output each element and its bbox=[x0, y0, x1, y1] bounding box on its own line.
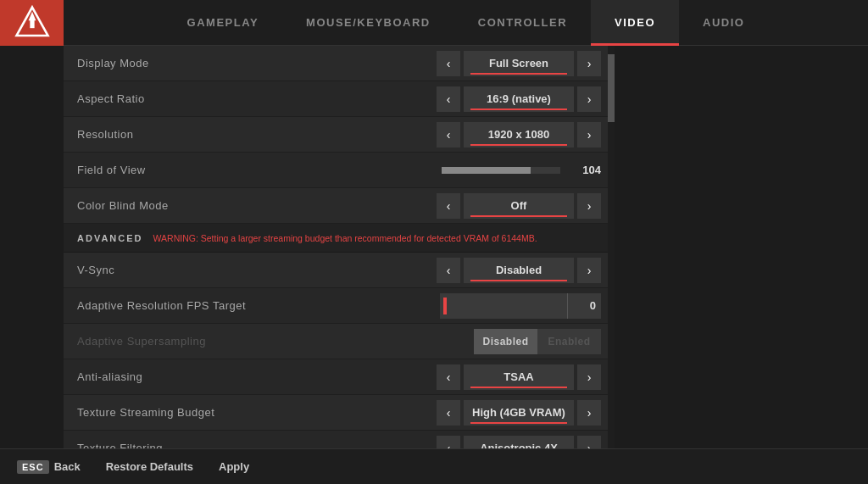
texture-streaming-prev[interactable]: ‹ bbox=[437, 400, 460, 426]
back-label: Back bbox=[54, 460, 81, 473]
resolution-value: 1920 x 1080 bbox=[464, 122, 574, 147]
bg-left-panel bbox=[0, 0, 64, 484]
nav-tabs: GAMEPLAY MOUSE/KEYBOARD CONTROLLER VIDEO… bbox=[64, 0, 868, 45]
right-panel bbox=[580, 46, 868, 484]
display-mode-value: Full Screen bbox=[464, 51, 574, 76]
display-mode-next[interactable]: › bbox=[577, 51, 601, 76]
settings-container: Display Mode ‹ Full Screen › Aspect Rati… bbox=[64, 46, 615, 484]
color-blind-next[interactable]: › bbox=[577, 193, 601, 219]
esc-key: ESC bbox=[17, 460, 49, 474]
texture-streaming-value: High (4GB VRAM) bbox=[464, 400, 574, 426]
adaptive-res-value: 0 bbox=[567, 293, 601, 319]
bottom-bar: ESC Back Restore Defaults Apply bbox=[0, 448, 868, 484]
tab-controller[interactable]: CONTROLLER bbox=[454, 0, 591, 46]
adaptive-res-label: Adaptive Resolution FPS Target bbox=[77, 299, 440, 312]
adaptive-super-disabled-btn[interactable]: Disabled bbox=[474, 329, 537, 354]
apply-label: Apply bbox=[219, 460, 249, 473]
color-blind-label: Color Blind Mode bbox=[77, 199, 437, 212]
texture-streaming-label: Texture Streaming Budget bbox=[77, 406, 437, 419]
resolution-row: Resolution ‹ 1920 x 1080 › bbox=[64, 117, 615, 153]
resolution-prev[interactable]: ‹ bbox=[437, 122, 460, 147]
anti-aliasing-next[interactable]: › bbox=[577, 364, 601, 390]
color-blind-row: Color Blind Mode ‹ Off › bbox=[64, 188, 615, 224]
restore-defaults-btn[interactable]: Restore Defaults bbox=[106, 460, 193, 473]
vsync-row: V-Sync ‹ Disabled › bbox=[64, 253, 615, 288]
advanced-warning: WARNING: Setting a larger streaming budg… bbox=[153, 233, 537, 243]
tab-audio[interactable]: AUDIO bbox=[679, 0, 768, 46]
advanced-label: ADVANCED bbox=[77, 233, 143, 243]
display-mode-label: Display Mode bbox=[77, 57, 437, 70]
adaptive-super-label: Adaptive Supersampling bbox=[77, 335, 474, 348]
fov-slider-fill bbox=[442, 167, 531, 174]
anti-aliasing-value: TSAA bbox=[464, 364, 574, 390]
fov-value: 104 bbox=[567, 164, 601, 176]
apply-btn[interactable]: Apply bbox=[219, 460, 249, 473]
advanced-header: ADVANCED WARNING: Setting a larger strea… bbox=[64, 224, 615, 253]
aspect-ratio-row: Aspect Ratio ‹ 16:9 (native) › bbox=[64, 81, 615, 117]
adaptive-super-enabled-btn[interactable]: Enabled bbox=[537, 329, 601, 354]
fov-control: 104 bbox=[442, 164, 601, 176]
resolution-label: Resolution bbox=[77, 128, 437, 141]
vsync-label: V-Sync bbox=[77, 264, 437, 276]
scrollbar-thumb[interactable] bbox=[608, 54, 615, 122]
tab-video[interactable]: VIDEO bbox=[591, 0, 679, 46]
back-btn[interactable]: ESC Back bbox=[17, 460, 81, 474]
adaptive-res-row: Adaptive Resolution FPS Target 0 bbox=[64, 288, 615, 324]
texture-streaming-row: Texture Streaming Budget ‹ High (4GB VRA… bbox=[64, 395, 615, 431]
anti-aliasing-control: ‹ TSAA › bbox=[437, 364, 601, 390]
anti-aliasing-row: Anti-aliasing ‹ TSAA › bbox=[64, 359, 615, 395]
adaptive-res-slider[interactable] bbox=[440, 293, 567, 319]
fov-row: Field of View 104 bbox=[64, 153, 615, 188]
adaptive-super-row: Adaptive Supersampling Disabled Enabled bbox=[64, 324, 615, 359]
adaptive-res-slider-marker bbox=[443, 298, 447, 314]
aspect-ratio-label: Aspect Ratio bbox=[77, 92, 437, 105]
aspect-ratio-value: 16:9 (native) bbox=[464, 86, 574, 112]
display-mode-row: Display Mode ‹ Full Screen › bbox=[64, 46, 615, 81]
display-mode-control: ‹ Full Screen › bbox=[437, 51, 601, 76]
vsync-prev[interactable]: ‹ bbox=[437, 258, 460, 283]
resolution-next[interactable]: › bbox=[577, 122, 601, 147]
aspect-ratio-prev[interactable]: ‹ bbox=[437, 86, 460, 112]
resolution-control: ‹ 1920 x 1080 › bbox=[437, 122, 601, 147]
color-blind-value: Off bbox=[464, 193, 574, 219]
scrollbar[interactable] bbox=[608, 46, 615, 484]
tab-mouse-keyboard[interactable]: MOUSE/KEYBOARD bbox=[282, 0, 454, 46]
vsync-control: ‹ Disabled › bbox=[437, 258, 601, 283]
adaptive-res-control: 0 bbox=[440, 293, 601, 319]
anti-aliasing-label: Anti-aliasing bbox=[77, 370, 437, 383]
anti-aliasing-prev[interactable]: ‹ bbox=[437, 364, 460, 390]
main-content: Display Mode ‹ Full Screen › Aspect Rati… bbox=[64, 46, 615, 484]
vsync-value: Disabled bbox=[464, 258, 574, 283]
color-blind-control: ‹ Off › bbox=[437, 193, 601, 219]
tab-gameplay[interactable]: GAMEPLAY bbox=[164, 0, 282, 46]
top-nav: GAMEPLAY MOUSE/KEYBOARD CONTROLLER VIDEO… bbox=[0, 0, 868, 46]
restore-label: Restore Defaults bbox=[106, 460, 193, 473]
aspect-ratio-control: ‹ 16:9 (native) › bbox=[437, 86, 601, 112]
adaptive-super-control: Disabled Enabled bbox=[474, 329, 601, 354]
display-mode-prev[interactable]: ‹ bbox=[437, 51, 460, 76]
texture-streaming-next[interactable]: › bbox=[577, 400, 601, 426]
fov-slider[interactable] bbox=[442, 167, 560, 174]
aspect-ratio-next[interactable]: › bbox=[577, 86, 601, 112]
color-blind-prev[interactable]: ‹ bbox=[437, 193, 460, 219]
logo-area bbox=[0, 0, 64, 46]
fov-label: Field of View bbox=[77, 164, 442, 176]
vsync-next[interactable]: › bbox=[577, 258, 601, 283]
texture-streaming-control: ‹ High (4GB VRAM) › bbox=[437, 400, 601, 426]
